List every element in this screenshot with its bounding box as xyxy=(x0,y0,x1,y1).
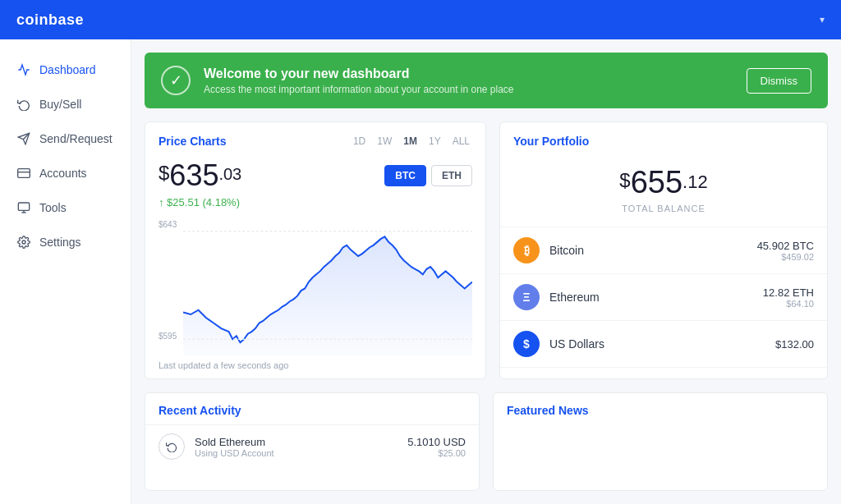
bitcoin-name: Bitcoin xyxy=(549,244,757,257)
activity-refresh-icon xyxy=(159,433,185,460)
portfolio-header: Your Portfolio xyxy=(500,122,827,155)
chart-area: $643 $595 xyxy=(145,215,485,355)
header-chevron-icon[interactable]: ▾ xyxy=(820,14,825,25)
btc-button[interactable]: BTC xyxy=(384,165,426,186)
sidebar-label-sendrequest: Send/Request xyxy=(39,132,113,145)
ethereum-icon: Ξ xyxy=(513,284,540,310)
featured-news-card: Featured News xyxy=(493,392,828,491)
recent-activity-card: Recent Activity Sold Ethereum Using USD … xyxy=(145,392,480,491)
price-dollar-sign: $ xyxy=(159,162,169,185)
send-icon xyxy=(16,131,31,146)
portfolio-title: Your Portfolio xyxy=(513,135,589,148)
sidebar: Dashboard Buy/Sell Send/Request Accounts… xyxy=(0,39,131,504)
view-accounts-link[interactable]: View your accounts xyxy=(500,367,827,379)
banner-text: Welcome to your new dashboard Access the… xyxy=(204,66,733,95)
chart-price: $ 635 .03 BTC ETH xyxy=(145,155,485,195)
last-updated: Last updated a few seconds ago xyxy=(145,355,485,378)
usd-name: US Dollars xyxy=(549,337,775,351)
sidebar-label-accounts: Accounts xyxy=(39,167,87,180)
recent-activity-title: Recent Activity xyxy=(159,404,241,417)
bitcoin-values: 45.902 BTC $459.02 xyxy=(757,240,814,262)
refresh-icon xyxy=(16,97,31,112)
banner-title: Welcome to your new dashboard xyxy=(204,66,733,81)
sidebar-item-settings[interactable]: Settings xyxy=(0,225,131,259)
balance-decimal: .12 xyxy=(682,172,708,193)
chart-header: Price Charts 1D 1W 1M 1Y ALL xyxy=(145,122,485,155)
sidebar-item-tools[interactable]: Tools xyxy=(0,190,131,225)
svg-point-7 xyxy=(22,241,25,244)
activity-name: Sold Ethereum xyxy=(195,436,398,448)
sidebar-label-buysell: Buy/Sell xyxy=(39,98,81,111)
activity-cost: $25.00 xyxy=(407,448,466,458)
sidebar-label-settings: Settings xyxy=(39,236,81,249)
banner-check-icon: ✓ xyxy=(161,66,191,95)
period-1y[interactable]: 1Y xyxy=(426,134,443,149)
chart-svg xyxy=(183,215,472,355)
svg-rect-4 xyxy=(18,203,29,210)
ethereum-usd: $64.10 xyxy=(763,299,814,309)
price-change: ↑ $25.51 (4.18%) xyxy=(145,195,485,215)
usd-amount: $132.00 xyxy=(775,338,814,351)
dismiss-button[interactable]: Dismiss xyxy=(747,68,812,94)
recent-activity-header: Recent Activity xyxy=(145,393,479,424)
total-balance-label: TOTAL BALANCE xyxy=(500,204,827,220)
ethereum-values: 12.82 ETH $64.10 xyxy=(763,286,814,309)
ethereum-name: Ethereum xyxy=(549,291,763,304)
cards-row: Price Charts 1D 1W 1M 1Y ALL $ 635 .03 xyxy=(145,121,828,379)
usd-values: $132.00 xyxy=(775,338,814,351)
creditcard-icon xyxy=(16,166,31,181)
ethereum-row: Ξ Ethereum 12.82 ETH $64.10 xyxy=(500,273,827,320)
activity-usd: 5.1010 USD xyxy=(407,436,466,448)
period-all[interactable]: ALL xyxy=(450,134,472,149)
chart-y-high: $643 xyxy=(159,220,177,229)
sidebar-item-dashboard[interactable]: Dashboard xyxy=(0,53,131,87)
period-1w[interactable]: 1W xyxy=(375,134,394,149)
tools-icon xyxy=(16,200,31,215)
activity-icon xyxy=(16,62,31,77)
eth-button[interactable]: ETH xyxy=(431,165,472,186)
usd-row: $ US Dollars $132.00 xyxy=(500,320,827,367)
bottom-row: Recent Activity Sold Ethereum Using USD … xyxy=(145,392,828,491)
period-1d[interactable]: 1D xyxy=(351,134,368,149)
bitcoin-row: ₿ Bitcoin 45.902 BTC $459.02 xyxy=(500,227,827,273)
price-chart-card: Price Charts 1D 1W 1M 1Y ALL $ 635 .03 xyxy=(145,121,486,379)
featured-news-header: Featured News xyxy=(494,393,827,424)
sidebar-item-accounts[interactable]: Accounts xyxy=(0,156,131,190)
usd-icon: $ xyxy=(513,331,540,357)
portfolio-card: Your Portfolio $ 655 .12 TOTAL BALANCE ₿… xyxy=(499,121,828,379)
banner-subtitle: Access the most important information ab… xyxy=(204,84,733,95)
featured-news-title: Featured News xyxy=(507,404,589,417)
header: coinbase ▾ xyxy=(0,0,841,39)
welcome-banner: ✓ Welcome to your new dashboard Access t… xyxy=(145,53,828,108)
settings-icon xyxy=(16,235,31,250)
portfolio-balance: $ 655 .12 xyxy=(500,155,827,204)
chart-title: Price Charts xyxy=(159,135,226,148)
portfolio-amount: $ 655 .12 xyxy=(619,165,707,200)
chart-periods: 1D 1W 1M 1Y ALL xyxy=(351,134,472,149)
balance-dollar-sign: $ xyxy=(619,169,630,192)
chart-y-low: $595 xyxy=(159,332,177,341)
bitcoin-icon: ₿ xyxy=(513,237,540,263)
activity-amounts: 5.1010 USD $25.00 xyxy=(407,436,466,458)
asset-toggle: BTC ETH xyxy=(384,165,472,186)
sidebar-item-sendrequest[interactable]: Send/Request xyxy=(0,121,131,156)
sidebar-label-dashboard: Dashboard xyxy=(39,63,96,76)
ethereum-amount: 12.82 ETH xyxy=(763,286,814,299)
content-area: ✓ Welcome to your new dashboard Access t… xyxy=(131,39,841,504)
sidebar-label-tools: Tools xyxy=(39,201,67,214)
bitcoin-amount: 45.902 BTC xyxy=(757,240,814,252)
period-1m[interactable]: 1M xyxy=(401,134,420,149)
main-layout: Dashboard Buy/Sell Send/Request Accounts… xyxy=(0,39,841,504)
activity-sub: Using USD Account xyxy=(195,448,398,458)
activity-item: Sold Ethereum Using USD Account 5.1010 U… xyxy=(145,424,479,468)
sidebar-item-buysell[interactable]: Buy/Sell xyxy=(0,87,131,121)
bitcoin-usd: $459.02 xyxy=(757,252,814,262)
activity-text: Sold Ethereum Using USD Account xyxy=(195,436,398,458)
balance-whole: 655 xyxy=(631,165,682,200)
price-decimal: .03 xyxy=(218,165,241,184)
price-whole: 635 xyxy=(169,158,218,193)
logo: coinbase xyxy=(16,11,84,29)
svg-rect-2 xyxy=(18,169,30,178)
